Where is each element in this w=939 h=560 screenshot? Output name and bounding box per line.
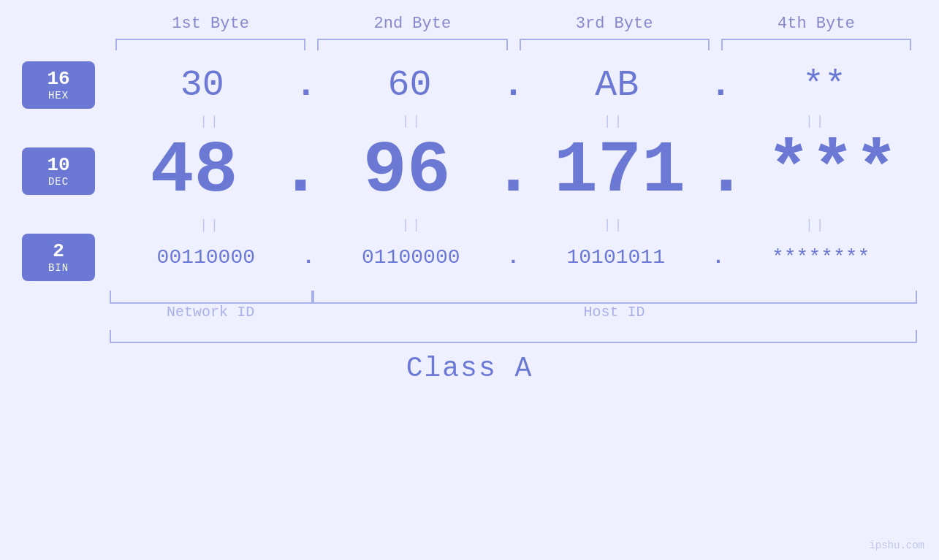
hex-dot3: . xyxy=(710,64,731,106)
eq7: || xyxy=(514,218,715,232)
dec-label: 10 DEC xyxy=(22,147,95,195)
byte2-header: 2nd Byte xyxy=(311,15,513,39)
byte1-header: 1st Byte xyxy=(110,15,311,39)
byte4-header: 4th Byte xyxy=(715,15,917,39)
hex-dot2: . xyxy=(502,64,524,106)
byte4-top-bracket xyxy=(721,39,911,50)
equals-divider-1: || || || || xyxy=(110,112,917,130)
dec-row: 10 DEC 48 . 96 . 171 . *** xyxy=(22,130,917,212)
eq1: || xyxy=(110,114,311,129)
dec-values-row: 48 . 96 . 171 . *** xyxy=(110,130,917,212)
watermark: ipshu.com xyxy=(869,540,924,551)
bin-byte3: 10101011 xyxy=(520,246,712,269)
class-bracket xyxy=(110,330,917,343)
eq5: || xyxy=(110,218,311,232)
class-label: Class A xyxy=(406,353,533,384)
bin-dot1: . xyxy=(303,246,315,269)
byte3-header: 3rd Byte xyxy=(514,15,715,39)
byte3-top-bracket xyxy=(520,39,710,50)
eq8: || xyxy=(715,218,917,232)
hex-row: 16 HEX 30 . 60 . AB . ** xyxy=(22,61,917,109)
hex-byte1: 30 xyxy=(110,64,295,106)
bin-label: 2 BIN xyxy=(22,234,95,281)
hex-values-row: 30 . 60 . AB . ** xyxy=(110,64,917,106)
dec-dot3: . xyxy=(704,130,748,212)
bin-dot3: . xyxy=(712,246,725,269)
bin-byte4: ******** xyxy=(724,246,917,269)
dec-byte3: 171 xyxy=(536,135,704,208)
hex-byte4: ** xyxy=(731,64,917,106)
eq4: || xyxy=(715,114,917,129)
dec-byte2: 96 xyxy=(322,135,491,208)
dec-dot2: . xyxy=(491,130,535,212)
network-id-bracket xyxy=(110,291,313,304)
eq3: || xyxy=(514,114,715,129)
hex-label: 16 HEX xyxy=(22,61,95,109)
byte1-top-bracket xyxy=(115,39,305,50)
dec-byte4: *** xyxy=(748,135,917,208)
bin-byte2: 01100000 xyxy=(314,246,507,269)
hex-byte3: AB xyxy=(525,64,710,106)
bin-values-row: 00110000 . 01100000 . 10101011 . *******… xyxy=(110,246,917,269)
hex-byte2: 60 xyxy=(317,64,503,106)
bin-dot2: . xyxy=(507,246,520,269)
main-container: 1st Byte 2nd Byte 3rd Byte 4th Byte 16 H… xyxy=(0,0,939,560)
eq2: || xyxy=(311,114,513,129)
byte2-top-bracket xyxy=(317,39,507,50)
bin-byte1: 00110000 xyxy=(110,246,303,269)
host-id-label: Host ID xyxy=(311,304,917,321)
hex-dot1: . xyxy=(295,64,317,106)
equals-divider-2: || || || || xyxy=(110,216,917,234)
bin-row: 2 BIN 00110000 . 01100000 . 10101011 . *… xyxy=(22,234,917,281)
dec-dot1: . xyxy=(278,130,322,212)
dec-byte1: 48 xyxy=(110,135,278,208)
eq6: || xyxy=(311,218,513,232)
host-id-bracket xyxy=(313,291,917,304)
network-id-label: Network ID xyxy=(110,304,311,321)
